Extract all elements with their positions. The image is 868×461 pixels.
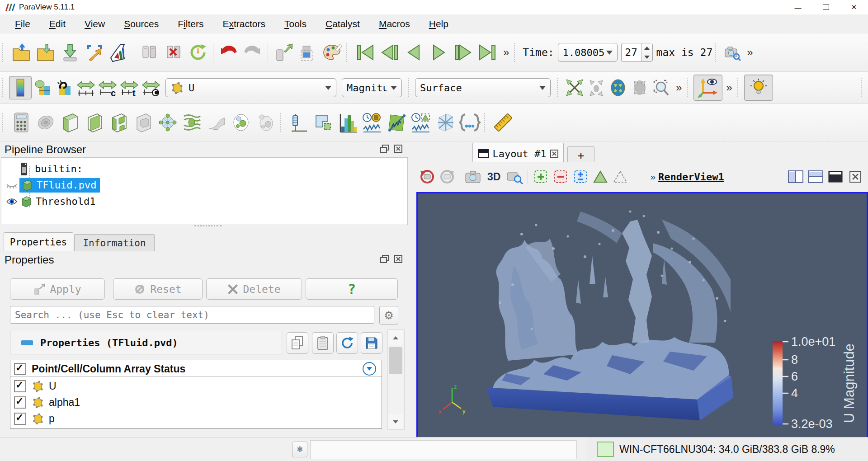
next-frame-button[interactable] [451, 40, 475, 65]
array-row-u[interactable]: U [10, 378, 382, 394]
help-button[interactable]: ? [306, 278, 398, 300]
camera-redo-button[interactable] [295, 40, 320, 65]
spin-up-button[interactable] [642, 43, 652, 52]
scrollbar-thumb[interactable] [389, 347, 402, 374]
camera-orientation-widget-button[interactable] [693, 75, 722, 101]
disconnect-server-button[interactable] [161, 40, 186, 65]
stream-tracer-button[interactable] [180, 110, 204, 135]
representation-combobox[interactable]: Surface [415, 78, 551, 97]
glyph-filter-button[interactable] [156, 110, 180, 135]
toolbar-grip[interactable] [2, 43, 6, 62]
menu-edit[interactable]: Edit [40, 19, 75, 29]
clip-filter-button[interactable] [58, 110, 82, 135]
histogram-button[interactable] [335, 110, 360, 135]
tab-information[interactable]: Information [74, 234, 155, 251]
slice-along-axes-button[interactable] [433, 110, 458, 135]
expand-circle-icon[interactable] [363, 362, 376, 376]
toolbar-grip[interactable] [280, 113, 283, 132]
reset-session-button[interactable] [186, 40, 210, 65]
checkbox-array-alpha1[interactable] [14, 396, 26, 409]
zoom-closest-to-data-button[interactable] [629, 76, 651, 99]
reset-font-button[interactable] [571, 167, 590, 187]
scroll-down-button[interactable] [388, 414, 403, 429]
reset-camera-closest-button[interactable] [585, 76, 607, 99]
restore-defaults-button[interactable] [336, 332, 358, 354]
splitter-handle[interactable] [194, 225, 222, 226]
toolbar-grip[interactable] [2, 78, 6, 97]
probe-location-button[interactable] [287, 110, 311, 135]
ungroup-button[interactable] [253, 110, 278, 135]
tab-layout-1[interactable]: Layout #1 [472, 143, 564, 164]
toolbar-grip[interactable] [687, 78, 690, 97]
render-view-name[interactable]: RenderView1 [658, 171, 724, 183]
save-screenshot-button[interactable] [82, 40, 107, 65]
close-view-button[interactable] [845, 167, 865, 187]
eye-closed-icon[interactable] [4, 181, 19, 190]
camera-redo-view-button[interactable] [437, 167, 457, 187]
decrease-font-button[interactable] [551, 167, 571, 187]
load-palette-button[interactable] [320, 40, 344, 65]
menu-tools[interactable]: Tools [275, 19, 316, 29]
rescale-data-range-button[interactable] [75, 76, 97, 99]
plot-over-line-button[interactable] [384, 110, 409, 135]
increase-font-button[interactable] [531, 167, 551, 187]
save-data-button[interactable] [58, 40, 82, 65]
view-toolbar-overflow[interactable]: » [646, 171, 658, 182]
camera-undo-view-button[interactable] [417, 167, 437, 187]
menu-sources[interactable]: Sources [114, 19, 168, 29]
rescale-visible-range-button[interactable] [140, 76, 162, 99]
threshold-filter-button[interactable] [107, 110, 131, 135]
properties-scrollbar[interactable] [387, 329, 405, 430]
programmable-filter-button[interactable] [458, 110, 482, 135]
toolbar-overflow-chevron[interactable]: » [500, 46, 512, 59]
camera-undo-button[interactable] [271, 40, 295, 65]
menu-view[interactable]: View [75, 19, 114, 29]
color-by-field-combobox[interactable]: U [165, 78, 336, 97]
play-button[interactable] [426, 40, 451, 65]
toolbar-grip[interactable] [737, 78, 741, 97]
light-kit-button[interactable] [744, 75, 773, 101]
paraview-flask-icon-button[interactable] [107, 40, 131, 65]
extract-subset-button[interactable] [131, 110, 156, 135]
reset-button[interactable]: Reset [113, 278, 203, 300]
pipeline-item-builtin[interactable]: builtin: [19, 161, 83, 176]
zoom-to-box-button[interactable] [651, 76, 672, 99]
save-defaults-button[interactable] [361, 332, 382, 354]
toolbar-overflow-chevron[interactable]: » [722, 81, 735, 94]
ruler-button[interactable] [491, 110, 515, 135]
previous-frame-button[interactable] [377, 40, 402, 65]
frame-spinbox[interactable]: 27 [621, 43, 653, 62]
separate-color-map-button[interactable] [53, 76, 75, 99]
group-datasets-button[interactable] [229, 110, 253, 135]
split-vertical-button[interactable] [806, 167, 826, 187]
menu-help[interactable]: Help [420, 19, 458, 29]
last-frame-button[interactable] [475, 40, 500, 65]
close-panel-button[interactable] [393, 144, 404, 154]
view-mode-3d[interactable]: 3D [483, 171, 505, 183]
paste-properties-button[interactable] [312, 332, 334, 354]
toolbar-overflow-chevron[interactable]: » [672, 81, 684, 94]
first-frame-button[interactable] [353, 40, 377, 65]
redo-button[interactable] [241, 40, 265, 65]
apply-button[interactable]: Apply [10, 278, 105, 300]
menu-catalyst[interactable]: Catalyst [316, 19, 369, 29]
search-input[interactable] [10, 306, 374, 324]
open-file-button[interactable] [9, 40, 33, 65]
zoom-to-data-button[interactable] [607, 76, 629, 99]
rescale-temporal-range-button[interactable]: t [118, 76, 140, 99]
search-options-button[interactable]: ⚙ [379, 306, 398, 325]
eye-open-icon[interactable] [4, 197, 19, 206]
array-row-alpha1[interactable]: alpha1 [10, 395, 382, 410]
menu-filters[interactable]: Filters [168, 19, 213, 29]
toolbar-grip[interactable] [346, 43, 350, 62]
plot-data-over-time-button[interactable] [360, 110, 384, 135]
show-center-axes-button[interactable] [590, 167, 610, 187]
pipeline-item-threshold[interactable]: Threshold1 [4, 194, 95, 209]
close-button[interactable]: ✕ [840, 0, 868, 14]
split-horizontal-button[interactable] [786, 167, 806, 187]
toolbar-grip[interactable] [2, 113, 6, 132]
hide-message-button[interactable]: ✱ [292, 442, 307, 457]
play-backward-button[interactable] [402, 40, 426, 65]
array-status-header-row[interactable]: Point/Cell/Column Array Status [10, 361, 382, 377]
checkbox-all-arrays[interactable] [14, 363, 26, 375]
